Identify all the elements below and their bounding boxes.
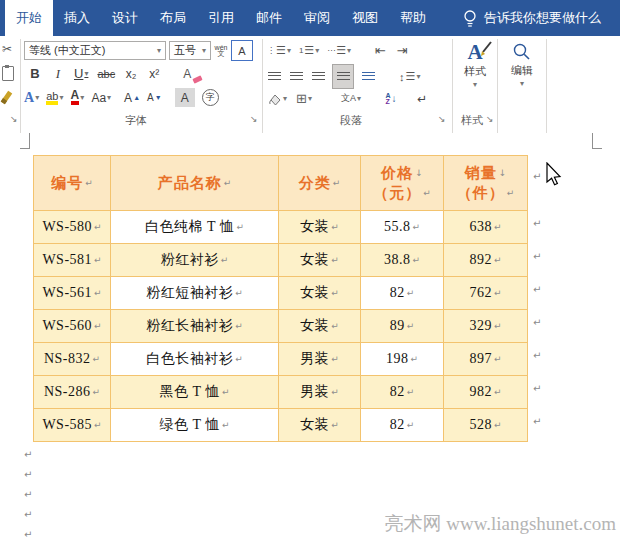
ribbon-tab-1[interactable]: 开始 [5,0,53,36]
ribbon-tab-8[interactable]: 视图 [341,0,389,36]
multilevel-list-button[interactable]: ⋯☰▾ [327,41,351,60]
table-cell[interactable]: 绿色 T 恤↵ [111,409,279,442]
highlight-label: ab [46,91,58,105]
table-header-cell[interactable]: 销量↓（件）↵ [444,156,528,211]
styles-button[interactable]: A 样式 ▾ [456,41,494,89]
show-hide-marks-button[interactable]: ↵ [415,89,429,108]
paste-icon[interactable] [2,66,14,81]
character-shading-button[interactable]: A [175,88,195,107]
font-dialog-launcher-icon[interactable]: ↘ [250,114,258,124]
ribbon-tab-5[interactable]: 引用 [197,0,245,36]
table-cell[interactable]: 女装↵ [279,244,361,277]
format-painter-icon[interactable] [1,91,13,105]
table-cell[interactable]: 白色长袖衬衫↵ [111,343,279,376]
table-cell[interactable]: 女装↵ [279,277,361,310]
underline-button[interactable]: U▾ [74,64,88,83]
subscript-button[interactable]: x₂ [124,64,138,83]
justify-button[interactable] [333,65,353,88]
cell-text: 89 [390,318,405,334]
table-cell[interactable]: 89↵ [361,310,444,343]
highlight-color-button[interactable]: ab▾ [46,88,63,107]
tell-me-box[interactable]: 告诉我你想要做什么 [463,0,601,36]
table-cell[interactable]: 897↵ [444,343,528,376]
align-left-button[interactable] [267,67,281,86]
shrink-font-button[interactable]: A▼ [147,88,162,107]
phonetic-guide-button[interactable]: wén 文 [214,41,228,60]
clipboard-dialog-launcher-icon[interactable]: ↘ [10,114,18,124]
font-name-combo[interactable]: 等线 (中文正文) ▾ [24,41,166,60]
bold-button[interactable]: B [28,64,42,83]
table-cell[interactable]: 女装↵ [279,409,361,442]
table-cell[interactable]: 男装↵ [279,343,361,376]
table-cell[interactable]: 粉红衬衫↵ [111,244,279,277]
clear-formatting-button[interactable]: A [180,64,194,83]
table-cell[interactable]: 白色纯棉 T 恤↵ [111,211,279,244]
table-cell[interactable]: 892↵ [444,244,528,277]
italic-button[interactable]: I [51,64,65,83]
table-cell[interactable]: 男装↵ [279,376,361,409]
table-header-cell[interactable]: 价格↓（元）↵ [361,156,444,211]
ribbon-tab-6[interactable]: 邮件 [245,0,293,36]
table-header-cell[interactable]: 分类↵ [279,156,361,211]
table-cell[interactable]: 55.8↵ [361,211,444,244]
line-spacing-button[interactable]: ↕☰▾ [399,67,420,86]
borders-button[interactable]: ⊞▾ [296,89,312,108]
change-case-button[interactable]: Aa▾ [91,88,111,107]
character-border-button[interactable]: A [231,40,253,61]
cell-end-mark-icon: ↵ [331,387,339,397]
table-cell[interactable]: NS-832↵ [34,343,111,376]
ribbon-tab-9[interactable]: 帮助 [389,0,437,36]
styles-dialog-launcher-icon[interactable]: ↘ [486,114,494,124]
editing-button[interactable]: 编辑 ▾ [502,42,542,88]
distributed-button[interactable] [361,67,375,86]
font-size-combo[interactable]: 五号 ▾ [169,41,211,60]
paragraph-dialog-launcher-icon[interactable]: ↘ [438,114,446,124]
table-cell[interactable]: WS-585↵ [34,409,111,442]
table-header-cell[interactable]: 编号↵ [34,156,111,211]
table-cell[interactable]: 82↵ [361,376,444,409]
enclose-characters-button[interactable]: 字 [202,89,219,106]
superscript-button[interactable]: x² [147,64,161,83]
ribbon: ✂ ↘ 等线 (中文正文) ▾ 五号 ▾ wén 文 A B [0,36,620,134]
align-center-button[interactable] [289,67,303,86]
text-effects-button[interactable]: A▾ [24,88,39,107]
table-cell[interactable]: 82↵ [361,277,444,310]
table-cell[interactable]: 82↵ [361,409,444,442]
table-cell[interactable]: 329↵ [444,310,528,343]
table-cell[interactable]: 女装↵ [279,310,361,343]
table-cell[interactable]: 982↵ [444,376,528,409]
table-cell[interactable]: WS-581↵ [34,244,111,277]
cut-icon[interactable]: ✂ [2,42,12,56]
table-cell[interactable]: 粉红长袖衬衫↵ [111,310,279,343]
document-area[interactable]: 编号↵产品名称↵分类↵价格↓（元）↵销量↓（件）↵WS-580↵白色纯棉 T 恤… [0,133,620,540]
table-cell[interactable]: 女装↵ [279,211,361,244]
table-cell[interactable]: 762↵ [444,277,528,310]
table-cell[interactable]: WS-580↵ [34,211,111,244]
strikethrough-button[interactable]: abc [97,64,115,83]
table-cell[interactable]: 38.8↵ [361,244,444,277]
decrease-indent-button[interactable]: ⇤ [373,41,387,60]
table-cell[interactable]: NS-286↵ [34,376,111,409]
ribbon-tab-3[interactable]: 设计 [101,0,149,36]
ribbon-tab-7[interactable]: 审阅 [293,0,341,36]
align-right-button[interactable] [311,67,325,86]
ribbon-tab-2[interactable]: 插入 [53,0,101,36]
numbering-button[interactable]: 1☰▾ [299,41,319,60]
ribbon-tab-4[interactable]: 布局 [149,0,197,36]
grow-font-button[interactable]: A▲ [124,88,140,107]
table-cell[interactable]: 粉红短袖衬衫↵ [111,277,279,310]
table-cell[interactable]: 198↵ [361,343,444,376]
bullets-button[interactable]: ⋮☰▾ [267,41,291,60]
table-cell[interactable]: WS-561↵ [34,277,111,310]
increase-indent-button[interactable]: ⇥ [395,41,409,60]
shading-button[interactable]: ▾ [267,89,287,108]
table-cell[interactable]: WS-560↵ [34,310,111,343]
table-cell[interactable]: 528↵ [444,409,528,442]
sort-button[interactable]: AZ ↓ [384,89,398,108]
table-header-cell[interactable]: 产品名称↵ [111,156,279,211]
table-cell[interactable]: 638↵ [444,211,528,244]
row-end-mark-icon: ↵ [533,218,541,229]
cjk-layout-button[interactable]: 文A▾ [341,89,361,108]
font-color-button[interactable]: A▾ [70,88,84,107]
table-cell[interactable]: 黑色 T 恤↵ [111,376,279,409]
